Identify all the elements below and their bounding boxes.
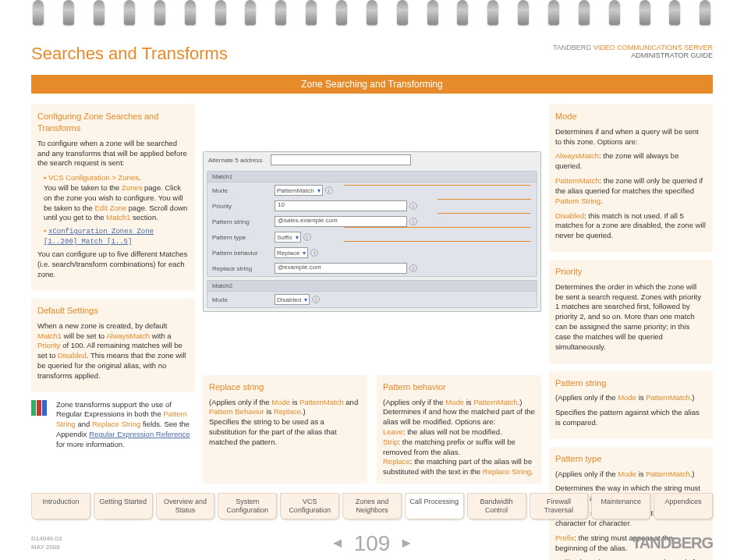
- sc-pb-label: Pattern behavior: [212, 250, 275, 257]
- page-number: ◄ 109 ►: [331, 531, 413, 556]
- sc-mode-select: PatternMatch: [275, 185, 323, 196]
- info-icon: i: [325, 186, 333, 194]
- regex-reference-link[interactable]: Regular Expression Reference: [89, 430, 190, 438]
- sc-mode2-select: Disabled: [275, 294, 310, 305]
- ps-applies: (Applies only if the Mode is PatternMatc…: [555, 393, 707, 403]
- sc-pt-label: Pattern type: [212, 234, 275, 241]
- tab-system-configuration[interactable]: System Configuration: [218, 493, 277, 519]
- tab-getting-started[interactable]: Getting Started: [94, 493, 153, 519]
- spiral-binding: [0, 0, 744, 35]
- priority-panel: Priority Determines the order in which t…: [549, 260, 713, 363]
- nav-path-item: VCS Configuration > Zones. You will be t…: [44, 173, 189, 223]
- next-arrow-icon[interactable]: ►: [399, 535, 413, 551]
- pb-applies: (Applies only if the Mode is PatternMatc…: [383, 398, 535, 408]
- tab-appendices[interactable]: Appendices: [654, 493, 713, 519]
- tab-overview-and-status[interactable]: Overview and Status: [156, 493, 215, 519]
- tab-zones-and-neighbors[interactable]: Zones and Neighbors: [342, 493, 402, 519]
- leader-line: [344, 227, 531, 228]
- xconfig-link-item: xConfiguration Zones Zone [1..200] Match…: [44, 226, 189, 246]
- pt-heading: Pattern type: [555, 453, 707, 465]
- defaults-text: When a new zone is created, by default M…: [37, 321, 189, 381]
- leader-line: [438, 199, 531, 200]
- priority-heading: Priority: [555, 266, 707, 278]
- rs-heading: Replace string: [209, 381, 361, 393]
- replace-string-panel: Replace string (Applies only if the Mode…: [203, 375, 367, 484]
- right-column: Mode Determines if and when a query will…: [549, 105, 713, 491]
- sc-ps-label: Pattern string: [212, 218, 275, 225]
- config-heading: Configuring Zone Searches and Transforms: [37, 111, 189, 134]
- sc-rs-label: Replace string: [212, 265, 275, 272]
- footer: D14049.03MAY 2008 ◄ 109 ► TANDBERG: [31, 534, 713, 552]
- leader-line: [438, 213, 531, 214]
- rs-desc: Specifies the string to be used as a sub…: [209, 417, 361, 447]
- mode-desc: Determines if and when a query will be s…: [555, 127, 707, 147]
- mode-always: AlwaysMatch: the zone will always be que…: [555, 151, 707, 172]
- leader-line: [344, 241, 531, 242]
- page: Searches and Transforms TANDBERG VIDEO C…: [14, 30, 730, 560]
- tab-introduction[interactable]: Introduction: [31, 493, 90, 519]
- sc-prio-input: 10: [275, 200, 407, 211]
- match2-group: Match2: [207, 281, 537, 292]
- sc-mode-label: Mode: [212, 187, 275, 194]
- pb-heading: Pattern behavior: [383, 381, 535, 393]
- regex-note: Zone transforms support the use of Regul…: [31, 400, 195, 450]
- nav-tabs: IntroductionGetting StartedOverview and …: [31, 493, 713, 519]
- leader-line: [344, 185, 531, 186]
- pt-applies: (Applies only if the Mode is PatternMatc…: [555, 470, 707, 480]
- config-note: You can configure up to five different M…: [37, 250, 189, 279]
- books-icon: [31, 400, 51, 417]
- sc-pt-select: Suffix: [275, 232, 301, 243]
- info-icon: i: [310, 249, 318, 257]
- sc-rs-input: @example.com: [275, 263, 407, 274]
- xconfig-link[interactable]: xConfiguration Zones Zone [1..200] Match…: [44, 228, 154, 246]
- pb-strip: Strip: the matching prefix or suffix wil…: [383, 438, 535, 458]
- info-icon: i: [303, 233, 311, 241]
- tab-maintenance[interactable]: Maintenance: [591, 493, 650, 519]
- config-intro: To configure when a zone will be searche…: [37, 139, 189, 168]
- tab-vcs-configuration[interactable]: VCS Configuration: [280, 493, 339, 519]
- priority-desc: Determines the order in which the zone w…: [555, 282, 707, 353]
- pattern-string-panel: Pattern string (Applies only if the Mode…: [549, 371, 713, 439]
- alt-addr-label: Alternate 5 address: [208, 157, 271, 164]
- sc-ps-input: @sales.example.com: [275, 216, 407, 227]
- mode-panel: Mode Determines if and when a query will…: [549, 105, 713, 252]
- sc-prio-label: Priority: [212, 203, 275, 210]
- config-screenshot: Alternate 5 address Match1 ModePatternMa…: [203, 151, 541, 312]
- section-banner: Zone Searching and Transforming: [31, 75, 713, 94]
- pb-replace: Replace: the matching part of the alias …: [383, 457, 535, 477]
- product-name: VIDEO COMMUNICATIONS SERVER: [593, 44, 713, 51]
- regex-note-text: Zone transforms support the use of Regul…: [56, 400, 195, 450]
- brand-name: TANDBERG: [553, 44, 591, 51]
- ps-desc: Specifies the pattern against which the …: [555, 408, 707, 428]
- info-icon: i: [409, 202, 417, 210]
- pb-desc: Determines if and how the matched part o…: [383, 407, 535, 427]
- sc-pb-select: Replace: [275, 247, 308, 258]
- info-icon: i: [409, 264, 417, 272]
- guide-name: ADMINISTRATOR GUIDE: [631, 51, 713, 59]
- mode-pattern: PatternMatch: the zone will only be quer…: [555, 176, 707, 206]
- match1-group: Match1: [207, 172, 537, 183]
- mode-disabled: Disabled: this match is not used. If all…: [555, 211, 707, 241]
- ps-heading: Pattern string: [555, 377, 707, 389]
- footer-brand: TANDBERG: [632, 534, 713, 552]
- content-columns: Configuring Zone Searches and Transforms…: [31, 94, 713, 491]
- info-icon: i: [312, 296, 320, 303]
- prev-arrow-icon[interactable]: ◄: [331, 535, 345, 551]
- alt-addr-input: [271, 154, 411, 165]
- defaults-panel: Default Settings When a new zone is crea…: [31, 299, 195, 392]
- rs-applies: (Applies only if the Mode is PatternMatc…: [209, 398, 361, 418]
- pb-leave: Leave: the alias will not be modified.: [383, 427, 535, 438]
- middle-column: Alternate 5 address Match1 ModePatternMa…: [203, 105, 541, 491]
- tab-bandwidth-control[interactable]: Bandwidth Control: [467, 493, 526, 519]
- config-panel: Configuring Zone Searches and Transforms…: [31, 105, 195, 291]
- info-icon: i: [409, 218, 417, 225]
- pattern-behavior-panel: Pattern behavior (Applies only if the Mo…: [377, 375, 541, 484]
- defaults-heading: Default Settings: [37, 305, 189, 317]
- mid-notes: Replace string (Applies only if the Mode…: [203, 375, 541, 491]
- tab-call-processing[interactable]: Call Processing: [405, 493, 464, 519]
- sc-mode2-label: Mode: [212, 296, 275, 303]
- doc-id: D14049.03MAY 2008: [31, 535, 62, 551]
- header-branding: TANDBERG VIDEO COMMUNICATIONS SERVER ADM…: [553, 44, 713, 59]
- mode-heading: Mode: [555, 111, 707, 122]
- tab-firewall-traversal[interactable]: Firewall Traversal: [530, 493, 589, 519]
